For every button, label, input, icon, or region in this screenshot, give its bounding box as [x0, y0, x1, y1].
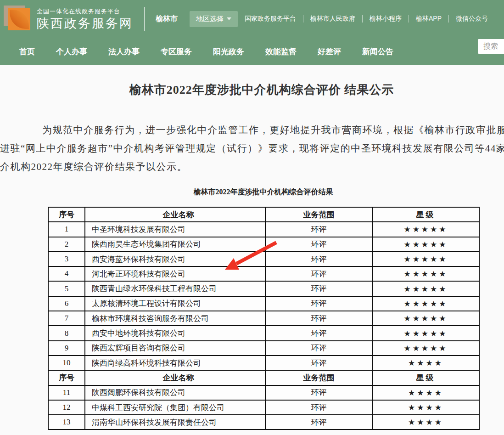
cell-scope: 环评: [265, 222, 372, 237]
column-header: 序号: [48, 207, 85, 222]
cell-stars: ★★★★★: [372, 341, 479, 356]
cell-no: 10: [48, 356, 85, 370]
nav-item-personal[interactable]: 个人办事: [56, 46, 87, 57]
cell-stars: ★★★★★: [372, 311, 479, 326]
table-row: 6太原核清环境工程设计有限公司环评★★★★★: [48, 296, 479, 311]
cell-name: 陕西尚绿高科环境科技有限公司: [85, 356, 265, 370]
column-header: 业务范围: [265, 370, 372, 385]
cell-no: 6: [48, 296, 85, 311]
table-row: 13渭南华山环保科技发展有限责任公司环评★★★★: [48, 415, 479, 429]
cell-no: 1: [48, 222, 85, 237]
table-row: 10陕西尚绿高科环境科技有限公司环评★★★★: [48, 356, 479, 370]
cell-name: 河北奇正环境科技有限公司: [85, 266, 265, 281]
column-header: 星级: [372, 207, 479, 222]
chevron-down-icon: [227, 17, 231, 20]
cell-scope: 环评: [265, 281, 372, 296]
link-city-government[interactable]: 榆林市人民政府: [303, 15, 362, 23]
column-header: 企业名称: [85, 370, 265, 385]
cell-stars: ★★★★★: [372, 326, 479, 340]
cell-no: 8: [48, 326, 85, 340]
cell-scope: 环评: [265, 296, 372, 311]
evaluation-results-table: 序号企业名称业务范围星级1中圣环境科技发展有限公司环评★★★★★2陕西雨昊生态环…: [48, 207, 480, 430]
cell-name: 陕西阔鹏环保科技有限公司: [85, 385, 265, 400]
nav-item-rating[interactable]: 好差评: [318, 46, 341, 57]
top-links: 国家政务服务平台 榆林市人民政府 榆林小程序 榆林APP 微信公众号: [238, 15, 495, 23]
main-navigation: 首页 个人办事 法人办事 专区服务 阳光政务 效能监督 好差评 新闻公告: [0, 38, 504, 65]
cell-scope: 环评: [265, 385, 372, 400]
cell-scope: 环评: [265, 237, 372, 252]
current-city-label: 榆林市: [156, 14, 178, 24]
table-row: 3西安海蓝环保科技有限公司环评★★★★★: [48, 252, 479, 266]
table-caption: 榆林市2022年度涉批中介机构综合评价结果: [0, 187, 504, 197]
cell-name: 渭南华山环保科技发展有限责任公司: [85, 415, 265, 429]
region-select-button[interactable]: 地区选择: [190, 11, 238, 27]
table-header-row: 序号企业名称业务范围星级: [48, 207, 479, 222]
cell-no: 5: [48, 281, 85, 296]
announcement-article: 榆林市2022年度涉批中介机构综合评价 结果公示 为规范中介服务行为，进一步强化…: [0, 82, 504, 430]
column-header: 星级: [372, 370, 479, 385]
cell-stars: ★★★★★: [372, 266, 479, 281]
cell-no: 4: [48, 266, 85, 281]
link-mini-program[interactable]: 榆林小程序: [363, 15, 409, 23]
brand-divider: [144, 7, 145, 31]
cell-no: 9: [48, 341, 85, 356]
link-yulin-app[interactable]: 榆林APP: [409, 15, 448, 23]
cell-no: 13: [48, 415, 85, 429]
cell-stars: ★★★★★: [372, 281, 479, 296]
search-input[interactable]: [478, 39, 504, 54]
cell-stars: ★★★★: [372, 385, 479, 400]
nav-item-news[interactable]: 新闻公告: [362, 46, 393, 57]
cell-scope: 环评: [265, 415, 372, 429]
table-row: 2陕西雨昊生态环境集团有限公司环评★★★★★: [48, 237, 479, 252]
cell-scope: 环评: [265, 400, 372, 415]
platform-label: 全国一体化在线政务服务平台: [37, 7, 133, 16]
brand-block: 全国一体化在线政务服务平台 陕西政务服务网: [37, 7, 133, 31]
nav-item-home[interactable]: 首页: [19, 46, 35, 57]
page-title: 榆林市2022年度涉批中介机构综合评价 结果公示: [0, 82, 504, 98]
column-header: 序号: [48, 370, 85, 385]
cell-name: 太原核清环境工程设计有限公司: [85, 296, 265, 311]
table-row: 8西安中地环境科技有限公司环评★★★★★: [48, 326, 479, 340]
cell-no: 3: [48, 252, 85, 266]
column-header: 企业名称: [85, 207, 265, 222]
nav-item-legal-person[interactable]: 法人办事: [108, 46, 140, 57]
paragraph-line: 介机构2022年度综合评价结果予以公示。: [0, 158, 504, 176]
cell-scope: 环评: [265, 356, 372, 370]
table-row: 4河北奇正环境科技有限公司环评★★★★★: [48, 266, 479, 281]
nav-item-sunshine-gov[interactable]: 阳光政务: [213, 46, 244, 57]
cell-stars: ★★★★★: [372, 252, 479, 266]
nav-item-special-zone[interactable]: 专区服务: [161, 46, 192, 57]
site-name: 陕西政务服务网: [37, 16, 133, 31]
top-header-bar: 全国一体化在线政务服务平台 陕西政务服务网 榆林市 地区选择 国家政务服务平台 …: [0, 0, 504, 38]
cell-stars: ★★★★★: [372, 296, 479, 311]
table-row: 11陕西阔鹏环保科技有限公司环评★★★★: [48, 385, 479, 400]
results-table-body: 序号企业名称业务范围星级1中圣环境科技发展有限公司环评★★★★★2陕西雨昊生态环…: [48, 207, 479, 429]
cell-scope: 环评: [265, 341, 372, 356]
paragraph-line: 进驻“网上中介服务超市”中介机构考评管理规定（试行）》要求，现将评定的中圣环境科…: [0, 139, 504, 158]
cell-name: 陕西青山绿水环保科技工程有限公司: [85, 281, 265, 296]
nav-item-efficiency[interactable]: 效能监督: [265, 46, 297, 57]
column-header: 业务范围: [265, 207, 372, 222]
link-national-platform[interactable]: 国家政务服务平台: [238, 15, 303, 23]
cell-no: 2: [48, 237, 85, 252]
cell-stars: ★★★★★: [372, 222, 479, 237]
announcement-paragraph: 为规范中介服务行为，进一步强化中介监管工作，更好地提升我市营商环境，根据《榆林市…: [0, 121, 504, 176]
link-wechat-account[interactable]: 微信公众号: [449, 15, 495, 23]
cell-stars: ★★★★★: [372, 237, 479, 252]
cell-name: 榆林市环境科技咨询服务有限公司: [85, 311, 265, 326]
table-row: 5陕西青山绿水环保科技工程有限公司环评★★★★★: [48, 281, 479, 296]
cell-name: 陕西宏辉项目咨询有限公司: [85, 341, 265, 356]
table-row: 9陕西宏辉项目咨询有限公司环评★★★★★: [48, 341, 479, 356]
cell-stars: ★★★★: [372, 400, 479, 415]
cell-stars: ★★★★: [372, 356, 479, 370]
cell-scope: 环评: [265, 252, 372, 266]
cell-name: 西安中地环境科技有限公司: [85, 326, 265, 340]
table-row: 7榆林市环境科技咨询服务有限公司环评★★★★★: [48, 311, 479, 326]
cell-name: 陕西雨昊生态环境集团有限公司: [85, 237, 265, 252]
table-row: 1中圣环境科技发展有限公司环评★★★★★: [48, 222, 479, 237]
cell-no: 11: [48, 385, 85, 400]
cell-name: 西安海蓝环保科技有限公司: [85, 252, 265, 266]
cell-name: 中煤科工西安研究院（集团）有限公司: [85, 400, 265, 415]
cell-stars: ★★★★: [372, 415, 479, 429]
site-logo-icon[interactable]: [4, 6, 30, 32]
